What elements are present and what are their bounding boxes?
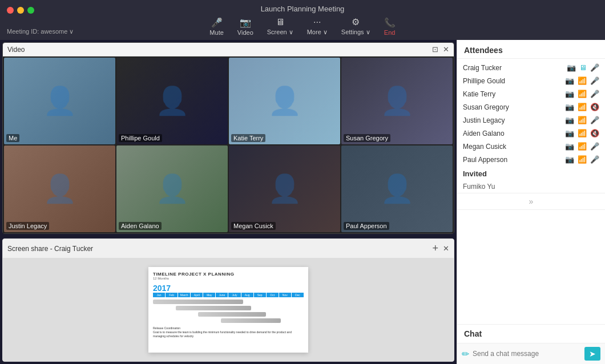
traffic-lights [7,7,34,14]
video-section: Video ⊡ ✕ 👤 Me 👤 Phillipe Gould 👤 Katie [2,42,454,234]
video-label-susan: Susan Gregory [344,134,390,142]
screen-icon: 🖥 [276,17,285,27]
release-line-1 [153,300,243,304]
attendee-katie-terry: Katie Terry 📷 📶 🎤 [457,87,605,100]
microphone-icon: 🎤 [211,17,223,28]
mic-muted-icon-susan[interactable]: 🔇 [590,103,599,111]
mic-icon-justin[interactable]: 🎤 [590,116,599,124]
signal-icon-aiden[interactable]: 📶 [578,129,587,137]
invited-section-header: Invited [457,166,605,180]
mic-muted-icon-aiden[interactable]: 🔇 [590,129,599,137]
more-icon: ··· [313,17,321,27]
signal-icon-megan[interactable]: 📶 [578,142,587,151]
chat-input[interactable] [473,350,581,358]
screen-share-section: Screen share - Craig Tucker + ✕ TIMELINE… [2,238,454,362]
attendee-name-megan: Megan Cusick [463,143,565,151]
chat-send-button[interactable]: ➤ [584,347,600,361]
close-screen-icon[interactable]: ✕ [443,244,449,253]
end-button[interactable]: 📞 End [378,16,401,37]
close-button[interactable] [7,7,14,14]
timeline-bar: Jan Feb March April May June July Aug Se… [153,293,304,297]
month-sep: Sep [254,293,266,297]
participant-video-justin: 👤 [4,145,115,232]
screen-share-content: TIMELINE PROJECT X PLANNING 12 Months 20… [3,258,454,361]
attendee-icons-justin: 📷 📶 🎤 [565,116,599,124]
close-video-icon[interactable]: ✕ [443,45,449,54]
month-jun: June [216,293,228,297]
attendee-craig-tucker: Craig Tucker 📷 🖥 🎤 [457,61,605,74]
mic-icon-paul[interactable]: 🎤 [590,155,599,164]
mic-icon-megan[interactable]: 🎤 [590,142,599,151]
mic-icon-katie[interactable]: 🎤 [590,90,599,98]
mute-button[interactable]: 🎤 Mute [204,16,229,37]
month-aug: Aug [241,293,253,297]
titlebar: Meeting ID: awesome ∨ Launch Planning Me… [0,0,605,40]
year-label: 2017 [153,284,304,293]
video-cell-katie: 👤 Katie Terry [229,58,340,144]
video-cell-paul: 👤 Paul Apperson [341,145,453,232]
participant-video-phillipe: 👤 [116,58,228,144]
video-label-me: Me [6,134,19,142]
video-label-paul: Paul Apperson [344,222,389,230]
signal-icon-katie[interactable]: 📶 [578,90,587,98]
camera-icon-craig[interactable]: 📷 [567,63,576,72]
mic-icon-craig[interactable]: 🎤 [590,63,599,72]
video-cell-megan: 👤 Megan Cusick [229,145,340,232]
end-call-icon: 📞 [384,17,396,28]
signal-icon-justin[interactable]: 📶 [578,116,587,124]
video-label-aiden: Aiden Galano [119,222,162,230]
camera-icon-paul[interactable]: 📷 [565,155,574,164]
camera-icon-katie[interactable]: 📷 [565,90,574,98]
month-dec: Dec [292,293,304,297]
camera-icon-phillipe[interactable]: 📷 [565,76,574,85]
video-cell-me: 👤 Me [4,58,115,144]
attendee-name-justin: Justin Legacy [463,116,565,124]
month-apr: April [191,293,203,297]
signal-icon-paul[interactable]: 📶 [578,155,587,164]
settings-button[interactable]: ⚙ Settings ∨ [336,15,376,37]
month-mar: March [178,293,190,297]
attendee-aiden-galano: Aiden Galano 📷 📶 🔇 [457,127,605,140]
signal-icon-susan[interactable]: 📶 [578,103,587,111]
release-lines [153,300,304,323]
collapse-button[interactable]: » [457,193,605,210]
video-cell-phillipe: 👤 Phillipe Gould [116,58,228,144]
attendee-name-susan: Susan Gregory [463,103,565,111]
attendee-susan-gregory: Susan Gregory 📷 📶 🔇 [457,100,605,114]
attendee-phillipe-gould: Phillipe Gould 📷 📶 🎤 [457,74,605,87]
month-jul: July [228,293,240,297]
add-icon[interactable]: + [432,242,438,254]
maximize-button[interactable] [27,7,34,14]
meeting-id[interactable]: Meeting ID: awesome ∨ [7,28,74,35]
popout-icon[interactable]: ⊡ [432,45,438,54]
camera-icon-justin[interactable]: 📷 [565,116,574,124]
minimize-button[interactable] [17,7,24,14]
participant-video-me: 👤 [4,58,115,144]
month-feb: Feb [166,293,178,297]
attendee-name-aiden: Aiden Galano [463,130,565,137]
month-jan: Jan [153,293,165,297]
left-content: Video ⊡ ✕ 👤 Me 👤 Phillipe Gould 👤 Katie [0,40,457,364]
attendee-icons-susan: 📷 📶 🔇 [565,103,599,111]
camera-icon-susan[interactable]: 📷 [565,103,574,111]
monitor-icon-craig[interactable]: 🖥 [579,63,587,72]
settings-icon: ⚙ [352,17,360,27]
more-button[interactable]: ··· More ∨ [301,16,333,37]
screen-button[interactable]: 🖥 Screen ∨ [261,16,299,37]
video-button[interactable]: 📷 Video [232,16,259,37]
video-cell-justin: 👤 Justin Legacy [4,145,115,232]
camera-icon-aiden[interactable]: 📷 [565,129,574,137]
attendee-icons-paul: 📷 📶 🎤 [565,155,599,164]
release-line-4 [221,318,281,323]
meeting-title: Launch Planning Meeting [261,5,345,13]
attendee-megan-cusick: Megan Cusick 📷 📶 🎤 [457,140,605,153]
signal-icon-phillipe[interactable]: 📶 [578,76,587,85]
participant-video-paul: 👤 [341,145,453,232]
attendee-icons-katie: 📷 📶 🎤 [565,90,599,98]
video-label-phillipe: Phillipe Gould [119,134,162,142]
attendees-header: Attendees [457,40,605,59]
mic-icon-phillipe[interactable]: 🎤 [590,76,599,85]
attendee-paul-apperson: Paul Apperson 📷 📶 🎤 [457,153,605,166]
camera-icon-megan[interactable]: 📷 [565,142,574,151]
video-section-title: Video [7,46,25,54]
